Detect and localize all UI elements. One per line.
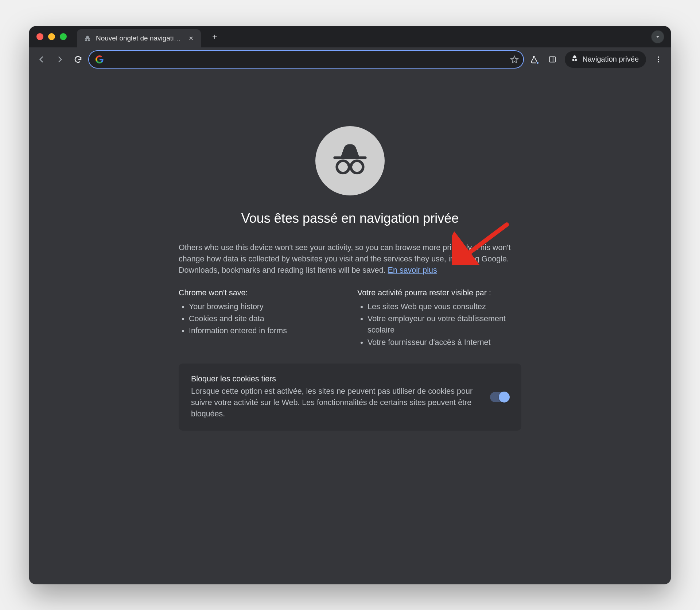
address-input[interactable]	[109, 51, 506, 68]
tab-search-button[interactable]	[651, 30, 664, 43]
svg-point-6	[351, 161, 363, 173]
page-content: Vous êtes passé en navigation privée Oth…	[29, 71, 671, 584]
reload-button[interactable]	[70, 51, 86, 67]
browser-window: Nouvel onglet de navigation privée	[29, 26, 671, 584]
tab-close-button[interactable]	[187, 34, 195, 42]
svg-rect-4	[333, 156, 366, 159]
wont-save-list: Your browsing history Cookies and site d…	[179, 301, 343, 337]
wont-save-title: Chrome won't save:	[179, 288, 343, 298]
list-item: Your browsing history	[189, 301, 343, 312]
svg-point-5	[337, 161, 349, 173]
visible-to-column: Votre activité pourra rester visible par…	[357, 288, 521, 349]
window-close[interactable]	[36, 33, 43, 40]
labs-flask-icon[interactable]	[526, 51, 542, 67]
window-maximize[interactable]	[60, 33, 67, 40]
tab-title: Nouvel onglet de navigation privée	[96, 34, 183, 42]
page-heading: Vous êtes passé en navigation privée	[179, 211, 521, 226]
chrome-menu-button[interactable]	[650, 51, 666, 67]
new-tab-button[interactable]	[207, 30, 222, 44]
list-item: Information entered in forms	[189, 325, 343, 337]
titlebar: Nouvel onglet de navigation privée	[29, 26, 671, 47]
list-item: Cookies and site data	[189, 313, 343, 325]
browser-tab[interactable]: Nouvel onglet de navigation privée	[77, 29, 201, 47]
svg-point-2	[658, 59, 659, 60]
window-controls	[36, 33, 67, 40]
incognito-hero-icon	[315, 126, 385, 195]
description-text: Others who use this device won't see you…	[179, 243, 510, 275]
list-item: Les sites Web que vous consultez	[368, 301, 521, 312]
list-item: Votre employeur ou votre établissement s…	[368, 313, 521, 336]
side-panel-icon[interactable]	[544, 51, 560, 67]
address-bar[interactable]	[88, 50, 524, 69]
bookmark-star-icon[interactable]	[510, 55, 519, 64]
labs-notification-dot	[536, 61, 539, 65]
learn-more-link[interactable]: En savoir plus	[388, 266, 437, 275]
block-cookies-toggle[interactable]	[490, 392, 509, 402]
search-engine-icon	[95, 55, 104, 64]
svg-rect-0	[549, 57, 556, 62]
svg-point-3	[658, 61, 659, 62]
incognito-label: Navigation privée	[582, 55, 639, 63]
info-columns: Chrome won't save: Your browsing history…	[179, 288, 521, 349]
wont-save-column: Chrome won't save: Your browsing history…	[179, 288, 343, 349]
visible-to-title: Votre activité pourra rester visible par…	[357, 288, 521, 298]
incognito-tab-icon	[83, 34, 92, 42]
page-description: Others who use this device won't see you…	[179, 242, 521, 276]
toggle-knob	[499, 392, 510, 403]
incognito-icon	[571, 54, 579, 64]
third-party-cookies-card: Bloquer les cookies tiers Lorsque cette …	[179, 364, 521, 431]
forward-button[interactable]	[52, 51, 68, 67]
list-item: Votre fournisseur d'accès à Internet	[368, 337, 521, 348]
cookies-card-title: Bloquer les cookies tiers	[191, 374, 480, 384]
svg-point-1	[658, 56, 659, 58]
incognito-indicator[interactable]: Navigation privée	[565, 51, 646, 68]
cookies-card-description: Lorsque cette option est activée, les si…	[191, 386, 480, 420]
visible-to-list: Les sites Web que vous consultez Votre e…	[357, 301, 521, 348]
window-minimize[interactable]	[48, 33, 55, 40]
toolbar: Navigation privée	[29, 47, 671, 71]
back-button[interactable]	[34, 51, 50, 67]
